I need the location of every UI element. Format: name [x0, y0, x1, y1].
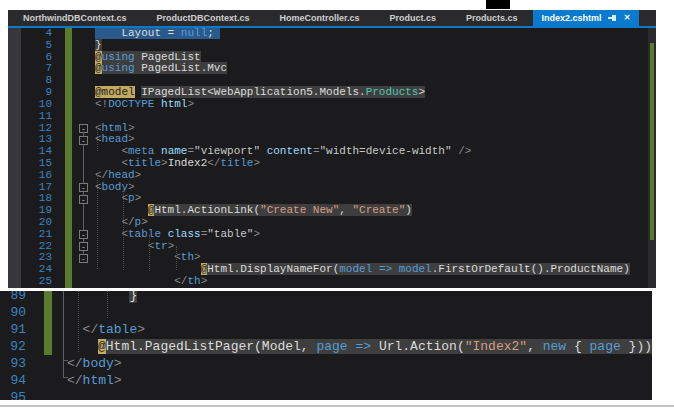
fold-toggle-icon[interactable]: -	[79, 136, 88, 145]
outline-margin	[72, 28, 95, 40]
line-number[interactable]: 8	[21, 75, 65, 87]
fold-toggle-icon[interactable]: -	[79, 183, 88, 192]
line-number[interactable]: 90	[0, 304, 28, 321]
code-line[interactable]: 92 @Html.PagedListPager(Model, page => U…	[0, 338, 652, 355]
code-line[interactable]: 91 </table>	[0, 321, 652, 338]
line-number[interactable]: 10	[21, 99, 65, 111]
black-chip	[486, 0, 510, 9]
change-indicator	[65, 205, 72, 217]
change-indicator	[44, 372, 52, 389]
change-indicator	[44, 355, 52, 372]
code-text[interactable]: </th>	[95, 276, 207, 288]
line-number[interactable]: 15	[21, 158, 65, 170]
change-indicator	[65, 63, 72, 75]
tab-homecontroller-cs[interactable]: HomeController.cs	[265, 10, 375, 26]
change-indicator	[65, 134, 72, 146]
outline-margin: -	[72, 123, 95, 135]
change-indicator	[65, 87, 72, 99]
change-indicator	[65, 123, 72, 135]
change-indicator	[65, 28, 72, 40]
code-text[interactable]: </body>	[67, 355, 122, 372]
change-indicator	[65, 193, 72, 205]
tab-label: HomeController.cs	[280, 13, 360, 23]
editor-window-bottom: 89 }9091 </table>92 @Html.PagedListPager…	[0, 291, 652, 400]
outline-margin	[72, 146, 95, 158]
change-indicator	[65, 252, 72, 264]
change-indicator	[65, 52, 72, 64]
tab-productdbcontext-cs[interactable]: ProductDBContext.cs	[142, 10, 265, 26]
scrollbar-change-mark	[650, 43, 654, 240]
outline-margin: -	[72, 241, 95, 253]
code-line[interactable]: 95	[0, 389, 652, 400]
code-text[interactable]: Layout = null;	[95, 28, 220, 40]
outline-margin: -	[72, 229, 95, 241]
line-number[interactable]: 94	[0, 372, 28, 389]
code-line[interactable]: 5}	[8, 40, 656, 52]
indent-guide	[176, 246, 177, 270]
outline-margin	[72, 264, 95, 276]
change-indicator	[65, 158, 72, 170]
code-text[interactable]: }	[95, 40, 102, 52]
pin-icon[interactable]	[608, 14, 618, 22]
code-editor-bottom[interactable]: 89 }9091 </table>92 @Html.PagedListPager…	[0, 291, 652, 400]
outline-margin	[72, 52, 95, 64]
line-number[interactable]: 92	[0, 338, 28, 355]
line-number[interactable]: 89	[0, 291, 28, 304]
tab-northwinddbcontext-cs[interactable]: NorthwindDBContext.cs	[8, 10, 142, 26]
line-number[interactable]: 6	[21, 52, 65, 64]
outline-margin	[72, 158, 95, 170]
indent-guide	[78, 291, 79, 352]
code-text[interactable]: </html>	[67, 372, 122, 389]
code-line[interactable]: 25 </th>	[8, 276, 656, 288]
line-number[interactable]: 21	[21, 229, 65, 241]
fold-toggle-icon[interactable]: -	[79, 254, 88, 263]
code-editor-top[interactable]: 4 Layout = null; 5}6@using PagedList7@us…	[8, 28, 656, 288]
line-number[interactable]: 93	[0, 355, 28, 372]
tab-bar: NorthwindDBContext.csProductDBContext.cs…	[8, 10, 656, 28]
code-lines-top: 4 Layout = null; 5}6@using PagedList7@us…	[8, 28, 656, 288]
code-line[interactable]: 90	[0, 304, 652, 321]
outline-margin	[72, 63, 95, 75]
tab-label: Products.cs	[466, 13, 518, 23]
outline-margin	[72, 170, 95, 182]
line-number[interactable]: 16	[21, 170, 65, 182]
line-number[interactable]: 95	[0, 389, 28, 400]
line-number[interactable]: 7	[21, 63, 65, 75]
line-number[interactable]: 91	[0, 321, 28, 338]
fold-toggle-icon[interactable]: -	[79, 242, 88, 251]
code-line[interactable]: 4 Layout = null;	[8, 28, 656, 40]
editor-window-top: NorthwindDBContext.csProductDBContext.cs…	[8, 10, 656, 288]
tab-index2-cshtml[interactable]: Index2.cshtml✕	[533, 10, 640, 26]
change-indicator	[65, 170, 72, 182]
fold-toggle-icon[interactable]: -	[79, 124, 88, 133]
line-number[interactable]: 5	[21, 40, 65, 52]
fold-toggle-icon[interactable]: -	[79, 195, 88, 204]
line-number[interactable]: 4	[21, 28, 65, 40]
code-text[interactable]: @Html.PagedListPager(Model, page => Url.…	[67, 338, 652, 355]
code-line[interactable]: 89 }	[0, 291, 652, 304]
code-line[interactable]: 10<!DOCTYPE html>	[8, 99, 656, 111]
code-text[interactable]: <!DOCTYPE html>	[95, 99, 194, 111]
code-text[interactable]: @using PagedList.Mvc	[95, 63, 227, 75]
change-indicator	[65, 111, 72, 123]
code-line[interactable]: 93</body>	[0, 355, 652, 372]
scrollbar[interactable]	[648, 28, 656, 288]
scope-tick	[63, 377, 68, 378]
change-indicator	[65, 241, 72, 253]
code-line[interactable]: 7@using PagedList.Mvc	[8, 63, 656, 75]
indent-guide	[97, 175, 98, 269]
tab-products-cs[interactable]: Products.cs	[451, 10, 533, 26]
line-number[interactable]: 25	[21, 276, 65, 288]
indent-guide	[123, 187, 124, 270]
code-line[interactable]: 94</html>	[0, 372, 652, 389]
change-indicator	[65, 229, 72, 241]
close-icon[interactable]: ✕	[624, 14, 631, 22]
outline-margin: -	[72, 193, 95, 205]
line-number[interactable]: 11	[21, 111, 65, 123]
fold-toggle-icon[interactable]: -	[79, 230, 88, 239]
tab-product-cs[interactable]: Product.cs	[375, 10, 452, 26]
change-indicator	[65, 182, 72, 194]
change-indicator	[65, 276, 72, 288]
outline-margin	[72, 276, 95, 288]
outline-margin	[72, 87, 95, 99]
